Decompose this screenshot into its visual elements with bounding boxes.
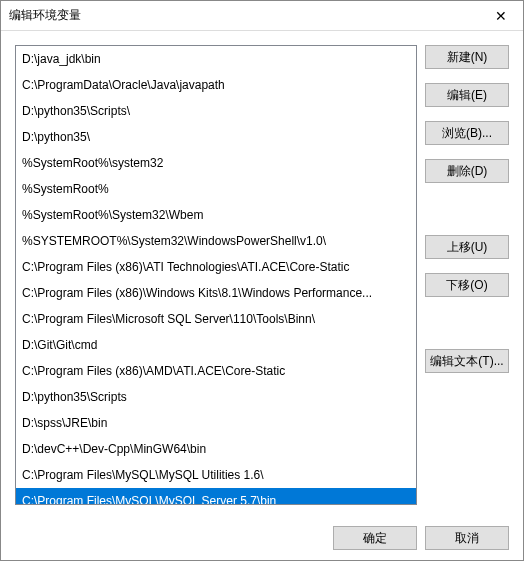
list-item[interactable]: C:\Program Files\Microsoft SQL Server\11… [16,306,416,332]
move-up-button[interactable]: 上移(U) [425,235,509,259]
list-item[interactable]: C:\Program Files (x86)\Windows Kits\8.1\… [16,280,416,306]
list-item[interactable]: %SystemRoot%\System32\Wbem [16,202,416,228]
list-item[interactable]: C:\Program Files (x86)\ATI Technologies\… [16,254,416,280]
list-item[interactable]: %SystemRoot% [16,176,416,202]
list-item[interactable]: C:\Program Files\MySQL\MySQL Utilities 1… [16,462,416,488]
list-item[interactable]: C:\Program Files\MySQL\MySQL Server 5.7\… [16,488,416,505]
list-item[interactable]: %SYSTEMROOT%\System32\WindowsPowerShell\… [16,228,416,254]
content-area: D:\java_jdk\binC:\ProgramData\Oracle\Jav… [1,31,523,515]
dialog-window: 编辑环境变量 ✕ D:\java_jdk\binC:\ProgramData\O… [0,0,524,561]
list-item[interactable]: C:\ProgramData\Oracle\Java\javapath [16,72,416,98]
list-item[interactable]: D:\python35\ [16,124,416,150]
move-down-button[interactable]: 下移(O) [425,273,509,297]
path-listbox[interactable]: D:\java_jdk\binC:\ProgramData\Oracle\Jav… [15,45,417,505]
edit-text-button[interactable]: 编辑文本(T)... [425,349,509,373]
list-item[interactable]: D:\java_jdk\bin [16,46,416,72]
list-item[interactable]: C:\Program Files (x86)\AMD\ATI.ACE\Core-… [16,358,416,384]
list-item[interactable]: D:\devC++\Dev-Cpp\MinGW64\bin [16,436,416,462]
browse-button[interactable]: 浏览(B)... [425,121,509,145]
edit-button[interactable]: 编辑(E) [425,83,509,107]
list-item[interactable]: D:\python35\Scripts [16,384,416,410]
window-title: 编辑环境变量 [9,7,81,24]
close-button[interactable]: ✕ [478,1,523,31]
new-button[interactable]: 新建(N) [425,45,509,69]
footer: 确定 取消 [1,515,523,561]
close-icon: ✕ [495,8,507,24]
titlebar: 编辑环境变量 ✕ [1,1,523,31]
ok-button[interactable]: 确定 [333,526,417,550]
list-item[interactable]: D:\Git\Git\cmd [16,332,416,358]
list-item[interactable]: %SystemRoot%\system32 [16,150,416,176]
list-item[interactable]: D:\spss\JRE\bin [16,410,416,436]
cancel-button[interactable]: 取消 [425,526,509,550]
delete-button[interactable]: 删除(D) [425,159,509,183]
list-item[interactable]: D:\python35\Scripts\ [16,98,416,124]
side-button-panel: 新建(N) 编辑(E) 浏览(B)... 删除(D) 上移(U) 下移(O) 编… [425,45,509,505]
